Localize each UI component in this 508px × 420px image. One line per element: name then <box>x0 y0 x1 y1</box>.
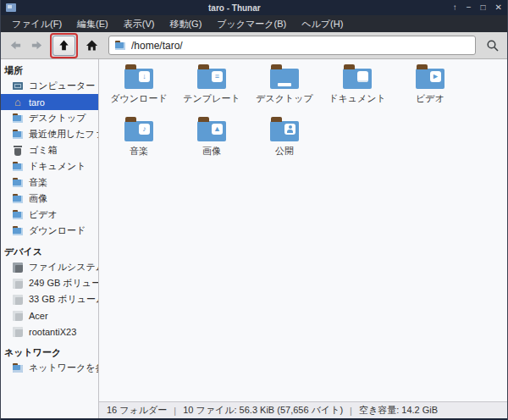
sidebar-item-browse-network[interactable]: ネットワークを参... <box>1 360 98 376</box>
up-arrow-icon <box>58 39 70 52</box>
menu-file[interactable]: ファイル(F) <box>4 15 69 32</box>
up-button[interactable] <box>52 36 75 56</box>
sidebar-item-documents[interactable]: ドキュメント <box>1 158 98 174</box>
folder-icon <box>12 130 24 140</box>
sidebar-item-label: ドキュメント <box>29 160 86 173</box>
sidebar-item-label: 33 GB ボリューム <box>29 293 99 306</box>
folder-icon <box>343 69 372 89</box>
sidebar-item-pictures[interactable]: 画像 <box>1 191 98 207</box>
trash-icon <box>12 146 24 156</box>
file-grid: ↓ ダウンロード ≡ テンプレート デスクトップ <box>99 59 507 401</box>
file-label: ダウンロード <box>110 92 167 105</box>
sidebar: 場所 コンピューター ⌂ taro デスクトップ 最近使用したファ... ゴミ箱 <box>1 59 99 418</box>
sidebar-item-acer[interactable]: Acer <box>1 307 98 323</box>
status-free-space: 空き容量: 14.2 GiB <box>359 404 438 417</box>
file-documents[interactable]: ドキュメント <box>321 63 394 115</box>
sidebar-item-label: Acer <box>29 311 48 321</box>
sidebar-header-devices: デバイス <box>1 243 98 259</box>
window-controls: ↑ − □ ✕ <box>453 0 502 15</box>
titlebar: taro - Thunar ↑ − □ ✕ <box>1 0 507 15</box>
sidebar-item-filesystem[interactable]: ファイルシステム <box>1 259 98 275</box>
file-label: 公開 <box>275 145 294 158</box>
shade-icon[interactable]: ↑ <box>453 0 457 15</box>
sidebar-item-videos[interactable]: ビデオ <box>1 207 98 223</box>
status-file-info: 10 ファイル: 56.3 KiB (57,656 バイト) <box>183 404 343 417</box>
template-emblem-icon: ≡ <box>212 71 223 82</box>
file-label: 音楽 <box>130 145 148 158</box>
sidebar-item-label: コンピューター <box>29 80 95 92</box>
sidebar-item-label: 画像 <box>29 192 47 205</box>
sidebar-item-volume-249gb[interactable]: 249 GB ボリューム <box>1 275 98 291</box>
path-bar[interactable] <box>108 36 476 55</box>
folder-icon <box>12 194 24 204</box>
minimize-icon[interactable]: − <box>467 0 472 15</box>
file-downloads[interactable]: ↓ ダウンロード <box>102 63 175 115</box>
sidebar-item-taro-home[interactable]: ⌂ taro <box>1 94 98 110</box>
sidebar-item-desktop[interactable]: デスクトップ <box>1 110 98 126</box>
sidebar-item-label: ゴミ箱 <box>29 144 58 157</box>
home-icon <box>86 39 98 52</box>
menubar: ファイル(F) 編集(E) 表示(V) 移動(G) ブックマーク(B) ヘルプ(… <box>1 15 507 32</box>
file-label: 画像 <box>202 145 221 158</box>
sidebar-item-trash[interactable]: ゴミ箱 <box>1 142 98 158</box>
sidebar-item-rootantix23[interactable]: rootantiX23 <box>1 323 98 340</box>
file-music[interactable]: ♪ 音楽 <box>102 115 175 168</box>
status-folder-count: 16 フォルダー <box>107 404 167 417</box>
file-desktop[interactable]: デスクトップ <box>248 63 321 115</box>
menu-view[interactable]: 表示(V) <box>116 15 163 32</box>
annotation-highlight <box>50 33 78 58</box>
menu-bookmarks[interactable]: ブックマーク(B) <box>209 15 294 32</box>
file-videos[interactable]: ► ビデオ <box>394 63 467 115</box>
sidebar-item-label: 249 GB ボリューム <box>29 277 99 290</box>
folder-icon <box>12 162 24 172</box>
back-icon <box>9 39 22 52</box>
sidebar-item-label: 最近使用したファ... <box>29 128 99 141</box>
folder-icon: ↓ <box>124 69 153 89</box>
content-area: 場所 コンピューター ⌂ taro デスクトップ 最近使用したファ... ゴミ箱 <box>1 59 507 418</box>
forward-icon <box>30 39 43 52</box>
video-emblem-icon: ► <box>430 71 441 82</box>
sidebar-item-label: ダウンロード <box>29 224 86 237</box>
status-separator: | <box>174 406 176 416</box>
file-public[interactable]: 公開 <box>248 115 321 168</box>
sidebar-item-computer[interactable]: コンピューター <box>1 78 98 94</box>
file-templates[interactable]: ≡ テンプレート <box>175 63 248 115</box>
sidebar-item-music[interactable]: 音楽 <box>1 174 98 191</box>
folder-icon <box>12 113 24 124</box>
music-emblem-icon: ♪ <box>139 124 150 135</box>
search-button[interactable] <box>483 36 502 56</box>
thunar-app-icon <box>6 3 16 12</box>
document-emblem-icon <box>357 71 368 82</box>
folder-icon <box>12 210 24 220</box>
main-pane: ↓ ダウンロード ≡ テンプレート デスクトップ <box>99 59 507 418</box>
folder-icon: ♪ <box>124 121 153 141</box>
search-icon <box>486 39 500 52</box>
file-label: ビデオ <box>416 92 444 105</box>
drive-icon <box>12 279 24 289</box>
thunar-window: taro - Thunar ↑ − □ ✕ ファイル(F) 編集(E) 表示(V… <box>0 0 508 420</box>
download-emblem-icon: ↓ <box>139 71 150 82</box>
sidebar-item-volume-33gb[interactable]: 33 GB ボリューム <box>1 291 98 307</box>
sidebar-item-downloads[interactable]: ダウンロード <box>1 223 98 239</box>
sidebar-item-recent[interactable]: 最近使用したファ... <box>1 126 98 142</box>
desktop-emblem-icon <box>278 83 291 86</box>
sidebar-item-label: ファイルシステム <box>29 261 99 274</box>
file-label: テンプレート <box>183 92 240 105</box>
file-pictures[interactable]: ▲ 画像 <box>175 115 248 168</box>
drive-icon <box>12 295 24 305</box>
home-button[interactable] <box>82 36 101 56</box>
path-input[interactable] <box>131 40 470 52</box>
drive-icon <box>12 311 24 321</box>
back-button[interactable] <box>6 36 25 56</box>
maximize-icon[interactable]: □ <box>481 0 486 15</box>
forward-button[interactable] <box>27 36 46 56</box>
sidebar-header-network: ネットワーク <box>1 344 98 360</box>
toolbar <box>1 32 507 59</box>
sidebar-item-label: rootantiX23 <box>29 327 76 337</box>
menu-go[interactable]: 移動(G) <box>162 15 209 32</box>
folder-icon <box>270 121 299 141</box>
menu-help[interactable]: ヘルプ(H) <box>294 15 351 32</box>
menu-edit[interactable]: 編集(E) <box>69 15 116 32</box>
close-icon[interactable]: ✕ <box>495 0 502 15</box>
sidebar-item-label: ネットワークを参... <box>29 362 99 374</box>
